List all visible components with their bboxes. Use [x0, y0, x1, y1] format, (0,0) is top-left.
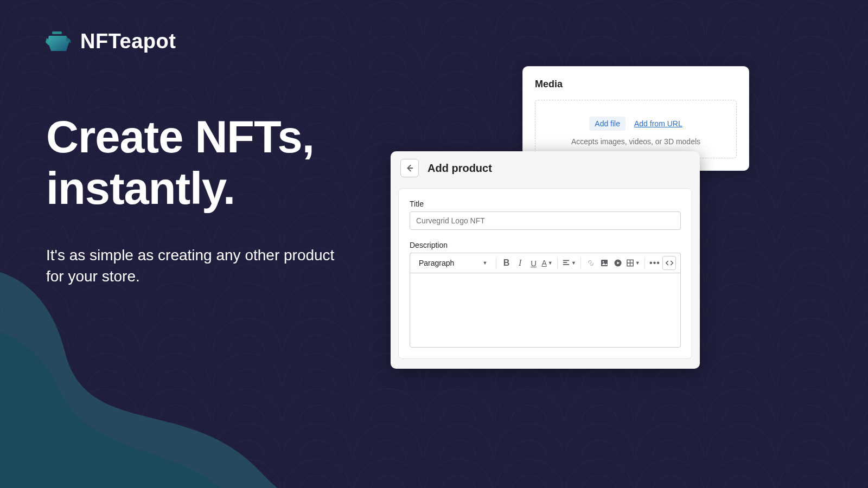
chevron-down-icon: ▼	[482, 260, 487, 266]
play-icon	[614, 259, 622, 267]
more-button[interactable]: •••	[649, 256, 660, 270]
chevron-down-icon: ▼	[571, 260, 576, 266]
arrow-left-icon	[405, 163, 414, 173]
description-editor[interactable]	[410, 273, 681, 348]
separator	[557, 257, 558, 269]
description-label: Description	[410, 241, 681, 249]
editor-toolbar: Paragraph ▼ B I U A▼ ▼	[410, 253, 681, 273]
code-icon	[665, 259, 674, 267]
image-icon	[600, 259, 609, 267]
video-button[interactable]	[612, 256, 624, 270]
text-color-button[interactable]: A▼	[541, 256, 553, 270]
code-view-button[interactable]	[662, 256, 676, 270]
media-dropzone[interactable]: Add file Add from URL Accepts images, vi…	[535, 100, 737, 158]
brand: NFTeapot	[43, 30, 176, 53]
table-icon	[626, 259, 634, 267]
product-body: Title Description Paragraph ▼ B I U A▼ ▼	[398, 188, 692, 359]
image-button[interactable]	[599, 256, 610, 270]
svg-point-2	[603, 261, 604, 262]
hero-title-line2: instantly.	[46, 163, 350, 214]
brand-name: NFTeapot	[80, 30, 176, 53]
chevron-down-icon: ▼	[548, 260, 553, 266]
paragraph-label: Paragraph	[419, 259, 454, 267]
product-header: Add product	[391, 151, 700, 185]
italic-button[interactable]: I	[514, 256, 526, 270]
separator	[580, 257, 581, 269]
separator	[644, 257, 645, 269]
bold-button[interactable]: B	[501, 256, 512, 270]
add-from-url-button[interactable]: Add from URL	[634, 117, 682, 131]
media-hint: Accepts images, videos, or 3D models	[541, 137, 731, 146]
product-card: Add product Title Description Paragraph …	[391, 151, 700, 369]
underline-button[interactable]: U	[528, 256, 539, 270]
chevron-down-icon: ▼	[635, 260, 640, 266]
table-button[interactable]: ▼	[626, 256, 640, 270]
back-button[interactable]	[400, 159, 419, 177]
title-label: Title	[410, 200, 681, 208]
hero-subtitle: It's as simple as creating any other pro…	[46, 245, 350, 287]
separator	[496, 257, 496, 269]
align-button[interactable]: ▼	[562, 256, 576, 270]
link-button[interactable]	[585, 256, 597, 270]
hero: Create NFTs, instantly. It's as simple a…	[46, 111, 350, 287]
align-icon	[562, 259, 570, 267]
hero-title-line1: Create NFTs,	[46, 111, 350, 163]
media-heading: Media	[535, 79, 737, 90]
svg-rect-1	[601, 260, 608, 266]
add-file-button[interactable]: Add file	[589, 117, 626, 131]
title-input[interactable]	[410, 211, 681, 230]
product-header-title: Add product	[427, 162, 492, 175]
link-icon	[586, 259, 595, 267]
paragraph-dropdown[interactable]: Paragraph ▼	[414, 256, 492, 269]
teapot-icon	[43, 30, 73, 53]
svg-rect-0	[52, 31, 62, 34]
